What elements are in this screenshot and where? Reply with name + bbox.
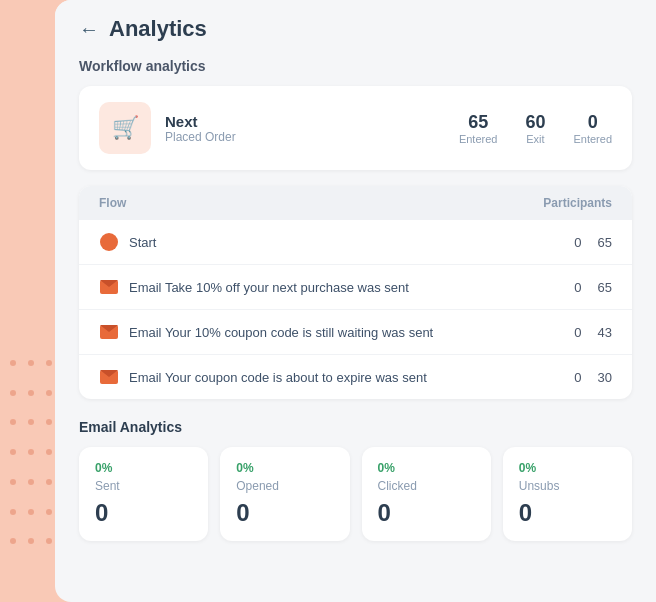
start-icon bbox=[99, 232, 119, 252]
workflow-sub: Placed Order bbox=[165, 130, 459, 144]
email1-icon bbox=[99, 277, 119, 297]
flow-row-email1-label: Email Take 10% off your next purchase wa… bbox=[129, 280, 542, 295]
stat-entered2-value: 0 bbox=[573, 112, 612, 133]
card-sent-value: 0 bbox=[95, 499, 192, 527]
flow-row-email3: Email Your coupon code is about to expir… bbox=[79, 355, 632, 399]
email3-icon bbox=[99, 367, 119, 387]
back-button[interactable]: ← bbox=[79, 18, 99, 41]
flow-row-email3-label: Email Your coupon code is about to expir… bbox=[129, 370, 542, 385]
stat-entered: 65 Entered bbox=[459, 112, 498, 145]
flow-row-email3-num2: 30 bbox=[598, 370, 612, 385]
card-unsubs-percent: 0% bbox=[519, 461, 616, 475]
workflow-info: Next Placed Order bbox=[165, 113, 459, 144]
flow-row-email2-nums: 0 43 bbox=[542, 325, 612, 340]
workflow-card: 🛒 Next Placed Order 65 Entered 60 Exit 0… bbox=[79, 86, 632, 170]
flow-row-start-num2: 65 bbox=[598, 235, 612, 250]
workflow-name: Next bbox=[165, 113, 459, 130]
header: ← Analytics bbox=[55, 0, 656, 58]
card-opened-label: Opened bbox=[236, 479, 333, 493]
flow-row-email3-nums: 0 30 bbox=[542, 370, 612, 385]
card-sent: 0% Sent 0 bbox=[79, 447, 208, 541]
stat-exit-label: Exit bbox=[525, 133, 545, 145]
stat-entered2: 0 Entered bbox=[573, 112, 612, 145]
flow-row-email1: Email Take 10% off your next purchase wa… bbox=[79, 265, 632, 310]
flow-row-start-num1: 0 bbox=[574, 235, 581, 250]
stat-exit: 60 Exit bbox=[525, 112, 545, 145]
card-unsubs-value: 0 bbox=[519, 499, 616, 527]
card-opened-value: 0 bbox=[236, 499, 333, 527]
participants-col-header: Participants bbox=[543, 196, 612, 210]
card-clicked: 0% Clicked 0 bbox=[362, 447, 491, 541]
card-sent-label: Sent bbox=[95, 479, 192, 493]
workflow-icon-wrap: 🛒 bbox=[99, 102, 151, 154]
stat-entered-label: Entered bbox=[459, 133, 498, 145]
page-title: Analytics bbox=[109, 16, 207, 42]
stat-entered2-label: Entered bbox=[573, 133, 612, 145]
flow-row-start-label: Start bbox=[129, 235, 542, 250]
card-clicked-percent: 0% bbox=[378, 461, 475, 475]
flow-table: Flow Participants Start 0 65 Email Take … bbox=[79, 186, 632, 399]
email-analytics-title: Email Analytics bbox=[79, 419, 632, 435]
card-opened-percent: 0% bbox=[236, 461, 333, 475]
flow-row-email1-num2: 65 bbox=[598, 280, 612, 295]
card-clicked-label: Clicked bbox=[378, 479, 475, 493]
main-panel: ← Analytics Workflow analytics 🛒 Next Pl… bbox=[55, 0, 656, 602]
card-unsubs: 0% Unsubs 0 bbox=[503, 447, 632, 541]
stat-exit-value: 60 bbox=[525, 112, 545, 133]
cart-icon: 🛒 bbox=[112, 115, 139, 141]
content-area: Workflow analytics 🛒 Next Placed Order 6… bbox=[55, 58, 656, 600]
workflow-section-title: Workflow analytics bbox=[79, 58, 632, 74]
card-unsubs-label: Unsubs bbox=[519, 479, 616, 493]
card-clicked-value: 0 bbox=[378, 499, 475, 527]
workflow-stats: 65 Entered 60 Exit 0 Entered bbox=[459, 112, 612, 145]
email2-icon bbox=[99, 322, 119, 342]
card-opened: 0% Opened 0 bbox=[220, 447, 349, 541]
stat-entered-value: 65 bbox=[459, 112, 498, 133]
flow-row-email1-nums: 0 65 bbox=[542, 280, 612, 295]
flow-row-email2-label: Email Your 10% coupon code is still wait… bbox=[129, 325, 542, 340]
flow-row-email1-num1: 0 bbox=[574, 280, 581, 295]
flow-row-start: Start 0 65 bbox=[79, 220, 632, 265]
flow-row-email2: Email Your 10% coupon code is still wait… bbox=[79, 310, 632, 355]
flow-col-header: Flow bbox=[99, 196, 126, 210]
card-sent-percent: 0% bbox=[95, 461, 192, 475]
flow-row-start-nums: 0 65 bbox=[542, 235, 612, 250]
email-analytics-cards: 0% Sent 0 0% Opened 0 0% Clicked 0 0% Un… bbox=[79, 447, 632, 541]
flow-row-email2-num1: 0 bbox=[574, 325, 581, 340]
flow-table-header: Flow Participants bbox=[79, 186, 632, 220]
flow-row-email3-num1: 0 bbox=[574, 370, 581, 385]
flow-row-email2-num2: 43 bbox=[598, 325, 612, 340]
